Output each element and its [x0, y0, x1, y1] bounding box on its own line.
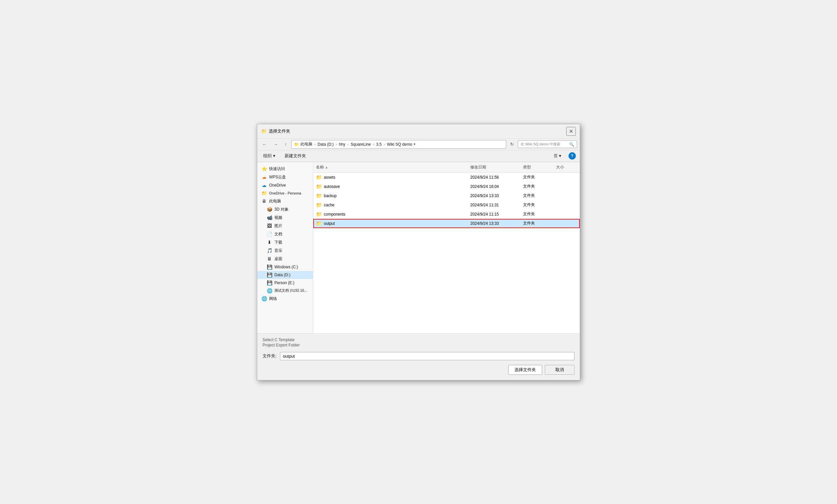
file-modified: 2024/9/24 13:33 [468, 193, 520, 199]
file-modified: 2024/9/24 13:33 [468, 220, 520, 227]
folder-icon: 📁 [316, 174, 322, 180]
col-modified-header[interactable]: 修改日期 [468, 163, 520, 171]
sidebar-item-this-pc[interactable]: 🖥 此电脑 [257, 197, 313, 205]
wps-cloud-icon: ☁ [261, 174, 267, 180]
music-icon: 🎵 [266, 248, 272, 253]
file-size [553, 214, 580, 215]
sidebar-item-videos[interactable]: 📹 视频 [257, 214, 313, 222]
close-button[interactable]: ✕ [566, 127, 576, 136]
sidebar-item-documents[interactable]: 📄 文档 [257, 230, 313, 238]
help-button[interactable]: ? [569, 152, 576, 160]
refresh-button[interactable]: ↻ [508, 141, 516, 148]
new-folder-button[interactable]: 新建文件夹 [283, 152, 308, 160]
back-button[interactable]: ← [260, 140, 269, 148]
file-name: output [324, 221, 335, 226]
pictures-icon: 🖼 [266, 223, 272, 229]
data-d-icon: 💾 [266, 272, 272, 277]
bottom-section: Select C Template Project Export Folder … [257, 333, 580, 380]
sidebar-item-windows-c[interactable]: 💾 Windows (C:) [257, 263, 313, 271]
column-headers: 名称 ▲ 修改日期 类型 大小 [313, 162, 580, 173]
test-doc-icon: 🌐 [266, 288, 272, 293]
sidebar-item-test-doc[interactable]: 🌐 测试文档 (\\192.16... [257, 287, 313, 295]
sidebar-item-music[interactable]: 🎵 音乐 [257, 247, 313, 255]
file-type: 文件夹 [520, 192, 553, 199]
cancel-button[interactable]: 取消 [545, 365, 574, 375]
file-name: components [324, 212, 345, 217]
up-button[interactable]: ↑ [282, 140, 289, 148]
col-type-header[interactable]: 类型 [520, 163, 553, 171]
table-row[interactable]: 📁 output 2024/9/24 13:33 文件夹 [313, 219, 580, 228]
breadcrumb-35: 3.5 [376, 142, 381, 147]
sidebar-item-desktop[interactable]: 🖥 桌面 [257, 255, 313, 263]
file-name: autosave [324, 184, 340, 189]
title-folder-icon: 📁 [261, 129, 267, 134]
sidebar-item-pictures[interactable]: 🖼 图片 [257, 222, 313, 230]
forward-button[interactable]: → [271, 140, 280, 148]
network-icon: 🌐 [261, 296, 267, 301]
file-size [553, 204, 580, 206]
video-icon: 📹 [266, 215, 272, 220]
sidebar-item-network[interactable]: 🌐 网络 [257, 295, 313, 303]
search-bar[interactable]: 在 Wiki SQ demo 中搜索 🔍 [518, 140, 577, 148]
sidebar: ⭐ 快速访问 ☁ WPS云盘 ☁ OneDrive 📁 OneDrive - P… [257, 162, 313, 333]
address-bar[interactable]: 📁 此电脑 › Data (D:) › hhy › SquareLine › 3… [291, 140, 506, 149]
folder-icon: 📁 [316, 184, 322, 190]
table-row[interactable]: 📁 autosave 2024/9/24 16:04 文件夹 [313, 182, 580, 191]
address-dropdown-button[interactable]: ▾ [413, 142, 415, 146]
dialog-title: 选择文件夹 [269, 128, 290, 134]
table-row[interactable]: 📁 assets 2024/9/24 11:56 文件夹 [313, 173, 580, 182]
select-folder-button[interactable]: 选择文件夹 [508, 365, 542, 375]
sidebar-label-documents: 文档 [274, 231, 282, 237]
sidebar-item-onedrive[interactable]: ☁ OneDrive [257, 181, 313, 189]
table-row[interactable]: 📁 cache 2024/9/24 11:31 文件夹 [313, 200, 580, 210]
sidebar-item-person-e[interactable]: 💾 Person (E:) [257, 279, 313, 287]
table-row[interactable]: 📁 components 2024/9/24 11:15 文件夹 [313, 210, 580, 219]
col-name-header[interactable]: 名称 ▲ [313, 163, 468, 171]
view-list-icon: ☰ [554, 153, 558, 158]
file-type: 文件夹 [520, 183, 553, 190]
file-area: 名称 ▲ 修改日期 类型 大小 📁 assets 2024/ [313, 162, 580, 333]
3d-objects-icon: 📦 [266, 207, 272, 212]
folder-icon: 📁 [316, 202, 322, 208]
sidebar-label-windows-c: Windows (C:) [274, 265, 298, 269]
nav-toolbar: ← → ↑ 📁 此电脑 › Data (D:) › hhy › SquareLi… [257, 139, 580, 150]
sidebar-label-onedrive: OneDrive [269, 183, 286, 187]
windows-c-icon: 💾 [266, 264, 272, 270]
organize-bar: 组织 ▾ 新建文件夹 ☰ ▾ ? [257, 150, 580, 162]
file-modified: 2024/9/24 11:15 [468, 211, 520, 217]
file-type: 文件夹 [520, 201, 553, 208]
breadcrumb-squareline: SquareLine [351, 142, 371, 147]
sidebar-item-onedrive-personal[interactable]: 📁 OneDrive - Persona [257, 189, 313, 197]
file-size [553, 177, 580, 178]
file-size [553, 195, 580, 196]
col-size-header[interactable]: 大小 [553, 163, 580, 171]
onedrive-personal-icon: 📁 [261, 191, 267, 196]
folder-icon: 📁 [316, 220, 322, 227]
sidebar-label-person-e: Person (E:) [274, 281, 295, 285]
file-picker-dialog: 📁 选择文件夹 ✕ ← → ↑ 📁 此电脑 › Data (D:) › hhy … [257, 124, 580, 380]
title-bar: 📁 选择文件夹 ✕ [257, 124, 580, 139]
sidebar-label-network: 网络 [269, 296, 277, 302]
view-toggle-button[interactable]: ☰ ▾ [552, 152, 563, 159]
search-icon: 🔍 [569, 142, 574, 147]
sidebar-item-quick-access[interactable]: ⭐ 快速访问 [257, 165, 313, 173]
path-folder-icon: 📁 [294, 142, 299, 147]
sidebar-item-3d-objects[interactable]: 📦 3D 对象 [257, 205, 313, 214]
table-row[interactable]: 📁 backup 2024/9/24 13:33 文件夹 [313, 191, 580, 200]
file-size [553, 186, 580, 187]
breadcrumb-data-d: Data (D:) [318, 142, 334, 147]
sidebar-item-downloads[interactable]: ⬇ 下载 [257, 238, 313, 247]
sidebar-item-data-d[interactable]: 💾 Data (D:) [257, 271, 313, 279]
organize-button[interactable]: 组织 ▾ [261, 152, 277, 160]
sidebar-item-wps-cloud[interactable]: ☁ WPS云盘 [257, 173, 313, 181]
sidebar-label-onedrive-personal: OneDrive - Persona [269, 191, 301, 195]
sidebar-label-quick-access: 快速访问 [269, 166, 285, 172]
breadcrumb-pc: 此电脑 [300, 141, 312, 147]
file-type: 文件夹 [520, 211, 553, 218]
sidebar-label-3d-objects: 3D 对象 [274, 207, 288, 212]
desktop-icon: 🖥 [266, 256, 272, 262]
breadcrumb-wiki: Wiki SQ demo [387, 142, 412, 147]
this-pc-icon: 🖥 [261, 198, 267, 204]
folder-input[interactable] [280, 352, 574, 360]
file-modified: 2024/9/24 11:31 [468, 202, 520, 208]
